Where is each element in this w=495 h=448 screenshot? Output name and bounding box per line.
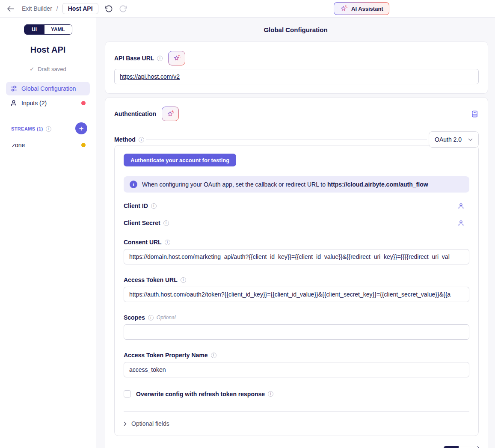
connector-title: Host API [0, 45, 96, 55]
undo-icon [105, 5, 113, 13]
stream-warning-badge [81, 143, 86, 147]
client-id-field: Client ID [124, 202, 469, 210]
ai-sparkle-star-icon [166, 110, 175, 118]
authentication-card: Authentication Method [105, 97, 488, 448]
info-icon[interactable] [151, 203, 157, 209]
info-icon[interactable] [139, 137, 144, 142]
ai-sparkle-star-icon [340, 5, 348, 13]
breadcrumb-separator: / [56, 5, 58, 12]
ai-assistant-label: AI Assistant [351, 6, 383, 12]
api-base-url-input[interactable] [114, 69, 479, 84]
user-icon [10, 100, 17, 107]
api-base-url-label: API Base URL [114, 55, 154, 62]
optional-fields-label: Optional fields [131, 420, 169, 427]
authenticate-button[interactable]: Authenticate your account for testing [124, 154, 236, 166]
save-status: ✓ Draft saved [0, 66, 96, 72]
ai-sparkle-star-icon [173, 54, 181, 62]
book-icon [471, 110, 478, 118]
streams-section: STREAMS (1) + zone [0, 123, 96, 152]
sidebar-item-global-configuration[interactable]: Global Configuration [6, 82, 90, 95]
info-icon[interactable] [165, 240, 170, 245]
sidebar-nav: Global Configuration Inputs (2) [0, 82, 96, 110]
info-icon[interactable] [268, 391, 273, 397]
builder-sidebar: UI YAML Host API ✓ Draft saved Global Co… [0, 18, 96, 448]
ai-suggest-button[interactable] [168, 51, 185, 65]
oauth-config-group: Authenticate your account for testing i … [114, 145, 479, 436]
page-title: Global Configuration [96, 18, 495, 33]
sidebar-item-label: Global Configuration [21, 85, 76, 92]
redo-icon [119, 5, 127, 13]
info-icon[interactable] [157, 56, 163, 61]
connector-name-chip[interactable]: Host API [62, 3, 98, 14]
overwrite-config-label: Overwrite config with refresh token resp… [136, 391, 265, 398]
chevron-down-icon [468, 138, 473, 141]
info-icon[interactable] [148, 315, 154, 320]
scopes-field: Scopes Optional [124, 314, 469, 340]
exit-builder-link[interactable]: Exit Builder [22, 5, 52, 12]
user-input-link-button[interactable] [458, 203, 464, 209]
scopes-label: Scopes [124, 314, 145, 321]
toggle-yaml-option[interactable]: YAML [44, 25, 72, 34]
add-stream-button[interactable]: + [75, 122, 87, 134]
access-token-url-field: Access Token URL [124, 276, 469, 302]
access-token-url-label: Access Token URL [124, 276, 178, 283]
top-bar: Exit Builder / Host API AI Assistant [0, 0, 495, 18]
ai-assistant-button[interactable]: AI Assistant [334, 2, 389, 15]
documentation-button[interactable] [471, 110, 479, 119]
client-id-label: Client ID [124, 202, 148, 209]
sidebar-item-inputs[interactable]: Inputs (2) [6, 96, 90, 110]
toggle-ui-option[interactable]: UI [444, 446, 459, 448]
main-content: Global Configuration API Base URL Authen… [96, 18, 495, 448]
access-token-url-input[interactable] [124, 287, 469, 302]
auth-method-select[interactable]: OAuth 2.0 [429, 131, 479, 148]
consent-url-input[interactable] [124, 249, 469, 264]
user-icon [458, 203, 464, 209]
sliders-icon [10, 85, 17, 92]
undo-button[interactable] [104, 3, 114, 14]
toggle-ui-option[interactable]: UI [24, 25, 44, 34]
info-icon[interactable] [46, 126, 51, 132]
ui-yaml-toggle: UI YAML [24, 24, 72, 35]
card-ui-yaml-toggle: UI YAML [444, 446, 479, 448]
info-filled-icon: i [130, 181, 137, 188]
api-base-url-card: API Base URL [105, 42, 488, 94]
streams-header-label: STREAMS (1) [11, 126, 43, 131]
authentication-label: Authentication [114, 110, 156, 117]
ai-suggest-button[interactable] [162, 107, 179, 121]
sidebar-item-stream-zone[interactable]: zone [6, 138, 90, 152]
optional-fields-toggle[interactable]: Optional fields [124, 420, 469, 427]
sidebar-item-label: Inputs (2) [21, 100, 47, 107]
info-icon[interactable] [211, 353, 216, 358]
optional-tag: Optional [157, 314, 176, 320]
check-icon: ✓ [30, 66, 34, 72]
token-property-input[interactable] [124, 362, 469, 377]
overwrite-config-checkbox[interactable] [124, 390, 131, 398]
method-label: Method [114, 136, 136, 143]
client-secret-field: Client Secret [124, 219, 469, 227]
consent-url-field: Consent URL [124, 239, 469, 264]
info-icon[interactable] [181, 277, 186, 283]
token-property-field: Access Token Property Name [124, 352, 469, 377]
consent-url-label: Consent URL [124, 239, 162, 246]
overwrite-config-row: Overwrite config with refresh token resp… [124, 390, 469, 398]
save-status-label: Draft saved [38, 66, 66, 72]
divider [124, 411, 469, 412]
user-icon [458, 220, 464, 226]
callback-note: When configuring your OAuth app, set the… [142, 181, 428, 188]
scopes-input[interactable] [124, 324, 469, 340]
divider [146, 139, 427, 140]
client-secret-label: Client Secret [124, 220, 160, 226]
callback-info-banner: i When configuring your OAuth app, set t… [124, 176, 469, 193]
token-property-label: Access Token Property Name [124, 352, 208, 359]
stream-item-label: zone [12, 142, 25, 148]
user-input-link-button[interactable] [458, 220, 464, 226]
auth-method-value: OAuth 2.0 [435, 136, 462, 143]
back-arrow-icon[interactable] [7, 6, 14, 12]
redo-button[interactable] [118, 3, 128, 14]
chevron-right-icon [124, 421, 127, 426]
info-icon[interactable] [163, 220, 169, 226]
inputs-error-badge [81, 101, 86, 105]
toggle-yaml-option[interactable]: YAML [459, 446, 478, 448]
callback-url: https://cloud.airbyte.com/auth_flow [327, 181, 428, 188]
